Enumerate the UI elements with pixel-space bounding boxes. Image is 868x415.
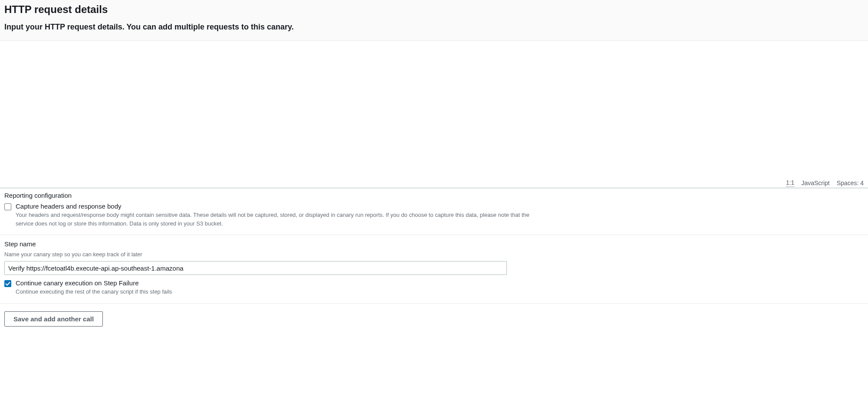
page-title: HTTP request details [4,3,864,16]
step-name-label: Step name [4,240,864,248]
editor-spaces[interactable]: Spaces: 4 [837,180,864,186]
continue-label: Continue canary execution on Step Failur… [16,279,172,287]
reporting-label: Reporting configuration [4,192,864,199]
step-name-section: Step name Name your canary step so you c… [0,235,868,304]
continue-checkbox[interactable] [4,280,11,287]
continue-description: Continue executing the rest of the canar… [16,288,172,296]
capture-label: Capture headers and response body [16,203,536,210]
editor-status-bar: 1:1 JavaScript Spaces: 4 [786,179,864,187]
capture-checkbox-row: Capture headers and response body Your h… [4,203,864,228]
step-name-helper: Name your canary step so you can keep tr… [4,251,864,258]
page-subtitle: Input your HTTP request details. You can… [4,23,864,32]
button-row: Save and add another call [0,304,868,334]
cursor-position[interactable]: 1:1 [786,179,794,187]
continue-checkbox-row: Continue canary execution on Step Failur… [4,279,864,296]
reporting-section: Reporting configuration Capture headers … [0,188,868,235]
save-add-another-button[interactable]: Save and add another call [4,311,103,327]
header-section: HTTP request details Input your HTTP req… [0,0,868,41]
capture-description: Your headers and request/response body m… [16,211,536,228]
check-icon [5,281,10,286]
step-name-input[interactable] [4,261,507,275]
capture-checkbox[interactable] [4,203,11,210]
editor-language[interactable]: JavaScript [801,180,829,186]
code-editor[interactable]: 1:1 JavaScript Spaces: 4 [0,41,868,188]
